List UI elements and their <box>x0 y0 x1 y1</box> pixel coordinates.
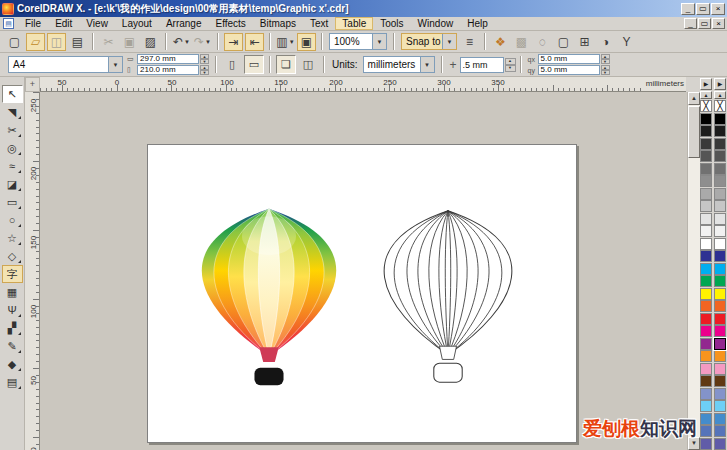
shaping-button[interactable]: ❖ <box>491 33 510 51</box>
color-swatch[interactable] <box>700 338 712 350</box>
zoom-level-combo[interactable]: 100%▼ <box>329 33 387 50</box>
color-swatch[interactable] <box>714 350 726 362</box>
color-swatch[interactable] <box>700 350 712 362</box>
all-pages-button[interactable]: ❏ <box>276 55 296 74</box>
color-swatch[interactable] <box>700 238 712 250</box>
chevron-down-icon[interactable]: ▼ <box>108 57 122 72</box>
color-swatch[interactable] <box>700 138 712 150</box>
menu-effects[interactable]: Effects <box>208 17 252 30</box>
ring-button[interactable]: ◌ <box>533 33 552 51</box>
color-swatch[interactable] <box>700 200 712 212</box>
chevron-down-icon[interactable]: ▼ <box>420 57 434 72</box>
color-swatch[interactable] <box>714 225 726 237</box>
vertical-ruler[interactable]: 250200150100500 <box>25 92 40 450</box>
color-swatch[interactable] <box>714 425 726 437</box>
crop-frame-button[interactable]: ⊞ <box>575 33 594 51</box>
units-combo[interactable]: millimeters ▼ <box>363 56 435 73</box>
scroll-up-button[interactable]: ▲ <box>688 92 700 105</box>
cut-button[interactable]: ✂ <box>99 33 118 51</box>
color-swatch[interactable] <box>714 288 726 300</box>
color-swatch[interactable] <box>700 300 712 312</box>
print-button[interactable]: ▤ <box>68 33 87 51</box>
color-swatch[interactable] <box>714 388 726 400</box>
color-swatch[interactable] <box>700 288 712 300</box>
duplicate-x-field[interactable]: 5.0 mm <box>538 54 600 64</box>
save-button[interactable]: ◫ <box>47 33 66 51</box>
wireframe-balloon-artwork[interactable] <box>377 204 519 388</box>
paper-height-field[interactable]: 210.0 mm <box>137 65 199 75</box>
goblet-button[interactable]: Y <box>617 33 636 51</box>
snap-to-combo[interactable]: Snap to▼ <box>401 33 457 50</box>
menu-layout[interactable]: Layout <box>115 17 159 30</box>
chevron-down-icon[interactable]: ▼ <box>205 39 211 45</box>
color-swatch[interactable] <box>700 400 712 412</box>
fill-tool[interactable]: ◆ <box>2 355 23 373</box>
freehand-tool[interactable]: ≈ <box>2 157 23 175</box>
landscape-button[interactable]: ▭ <box>244 55 264 74</box>
color-swatch[interactable] <box>700 375 712 387</box>
restore-button[interactable]: ▭ <box>696 3 710 15</box>
paper-width-stepper[interactable]: ▲▼ <box>200 54 209 64</box>
color-swatch[interactable] <box>714 125 726 137</box>
chevron-down-icon[interactable]: ▼ <box>442 34 456 49</box>
corel-online-button[interactable]: ▣ <box>297 33 316 51</box>
table-tool[interactable]: ▦ <box>2 283 23 301</box>
facing-pages-button[interactable]: ◫ <box>298 55 318 74</box>
chevron-down-icon[interactable]: ▼ <box>184 39 190 45</box>
export-button[interactable]: ⇤ <box>245 33 264 51</box>
color-swatch[interactable] <box>714 238 726 250</box>
zoom-tool[interactable]: ◎ <box>2 139 23 157</box>
menu-file[interactable]: File <box>18 17 48 30</box>
crop-tool[interactable]: ✂ <box>2 121 23 139</box>
horizontal-ruler[interactable]: millimeters 50050100150200250300350 <box>40 77 686 92</box>
vertical-scrollbar[interactable]: ▲ ▼ <box>687 92 700 450</box>
outline-pen-tool[interactable]: ✎ <box>2 337 23 355</box>
undo-button[interactable]: ↶▼ <box>172 33 191 51</box>
color-swatch[interactable] <box>700 150 712 162</box>
menu-help[interactable]: Help <box>460 17 495 30</box>
rainbow-balloon-artwork[interactable] <box>195 203 343 389</box>
palette-flyout-button[interactable]: ▶ <box>714 78 726 90</box>
color-swatch[interactable] <box>714 300 726 312</box>
paper-size-combo[interactable]: A4 ▼ <box>8 56 123 73</box>
sphere-button[interactable]: ◑ <box>596 33 615 51</box>
color-swatch[interactable] <box>700 388 712 400</box>
restore-button[interactable]: ▭ <box>698 18 711 29</box>
color-swatch[interactable] <box>714 150 726 162</box>
color-swatch[interactable] <box>700 325 712 337</box>
nudge-stepper[interactable]: ▲▼ <box>505 58 516 72</box>
text-tool[interactable]: 字 <box>2 265 23 283</box>
portrait-button[interactable]: ▯ <box>222 55 242 74</box>
palette-scroll-up-button[interactable]: ▲ <box>700 91 712 99</box>
scrollbar-thumb[interactable] <box>688 106 700 158</box>
smart-fill-tool[interactable]: ◪ <box>2 175 23 193</box>
menu-edit[interactable]: Edit <box>48 17 79 30</box>
color-swatch[interactable] <box>714 188 726 200</box>
import-button[interactable]: ⇥ <box>224 33 243 51</box>
redo-button[interactable]: ↷▼ <box>193 33 212 51</box>
color-swatch[interactable] <box>700 125 712 137</box>
color-swatch[interactable] <box>700 175 712 187</box>
menu-window[interactable]: Window <box>411 17 461 30</box>
close-button[interactable]: × <box>711 3 725 15</box>
color-swatch[interactable] <box>714 338 726 350</box>
menu-arrange[interactable]: Arrange <box>159 17 209 30</box>
color-swatch[interactable] <box>700 413 712 425</box>
color-swatch[interactable] <box>700 113 712 125</box>
paper-height-stepper[interactable]: ▲▼ <box>200 65 209 75</box>
color-swatch[interactable] <box>714 138 726 150</box>
color-swatch[interactable] <box>700 438 712 450</box>
color-swatch[interactable] <box>714 175 726 187</box>
duplicate-y-stepper[interactable]: ▲▼ <box>601 65 610 75</box>
paper-width-field[interactable]: 297.0 mm <box>137 54 199 64</box>
color-swatch[interactable] <box>714 163 726 175</box>
color-swatch[interactable] <box>714 363 726 375</box>
color-swatch[interactable] <box>700 225 712 237</box>
color-swatch[interactable] <box>714 213 726 225</box>
color-swatch[interactable] <box>714 313 726 325</box>
color-swatch[interactable] <box>714 263 726 275</box>
color-swatch[interactable] <box>700 188 712 200</box>
menu-bitmaps[interactable]: Bitmaps <box>253 17 303 30</box>
menu-text[interactable]: Text <box>303 17 335 30</box>
color-swatch[interactable] <box>700 213 712 225</box>
